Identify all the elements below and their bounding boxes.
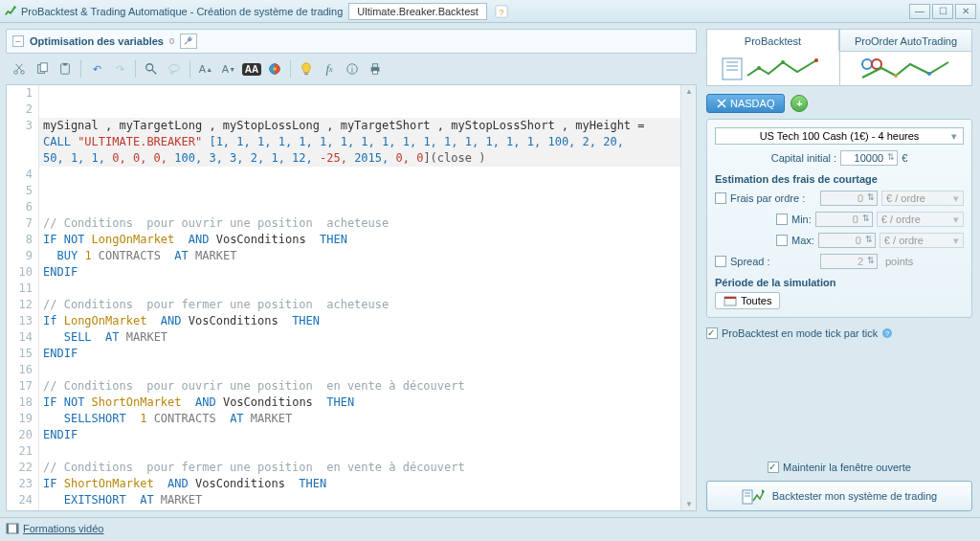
fees-min-checkbox[interactable] [776,214,788,225]
editor-toolbar: ↶ ↷ A▲ A▼ AA fx i [6,54,697,84]
svg-rect-17 [372,64,377,68]
capital-input[interactable]: 10000 [840,150,898,166]
svg-rect-18 [372,71,377,75]
svg-point-9 [146,64,153,71]
fees-min-unit[interactable]: € / ordre [877,212,964,227]
svg-point-29 [927,72,931,76]
svg-point-0 [13,6,16,9]
svg-rect-13 [304,73,308,75]
tab-art [706,52,972,86]
fees-per-order-checkbox[interactable] [715,192,726,204]
calendar-icon [724,295,737,306]
capital-label: Capital initial : [771,152,836,164]
svg-point-4 [21,71,25,75]
svg-point-3 [14,71,18,75]
line-gutter: 123456789101112131415161718192021222324 [7,85,39,510]
editor-panel: – Optimisation des variables 0 ↶ ↷ A▲ A▼… [0,23,702,517]
keep-open-checkbox[interactable] [768,462,779,473]
help-icon[interactable]: ? [493,3,510,20]
font-increase-icon[interactable]: A▲ [196,59,215,79]
svg-point-10 [169,65,180,72]
wrench-icon[interactable] [180,34,197,49]
minimize-button[interactable]: — [909,4,930,19]
settings-panel: ProBacktest ProOrder AutoTrading NASDAQ … [702,23,980,517]
svg-text:?: ? [499,7,503,16]
info-icon[interactable]: i [343,59,362,79]
code-editor[interactable]: 123456789101112131415161718192021222324 … [6,84,697,511]
maximize-button[interactable]: ☐ [932,4,953,19]
redo-icon[interactable]: ↷ [110,59,129,79]
fees-max-unit[interactable]: € / ordre [880,233,964,248]
comment-icon[interactable] [165,59,184,79]
function-icon[interactable]: fx [320,59,339,79]
svg-rect-19 [723,58,742,79]
fees-min-input[interactable]: 0 [815,212,873,227]
print-icon[interactable] [366,59,385,79]
video-tutorials-link[interactable]: Formations vidéo [6,523,103,534]
variable-count: 0 [169,36,174,46]
svg-text:?: ? [885,329,890,338]
currency-label: € [902,152,907,164]
spread-input[interactable]: 2 [820,254,878,269]
copy-icon[interactable] [33,59,52,79]
code-content[interactable]: mySignal , myTargetLong , myStopLossLong… [39,85,696,510]
add-instrument-button[interactable]: + [791,95,808,112]
tick-mode-checkbox[interactable] [706,327,718,339]
tab-proorder[interactable]: ProOrder AutoTrading [839,29,972,52]
period-heading: Période de la simulation [715,277,964,288]
svg-point-28 [894,74,898,78]
svg-point-23 [757,66,761,70]
period-button[interactable]: Toutes [715,292,780,309]
keep-open-label: Maintenir la fenêtre ouverte [783,462,911,473]
search-icon[interactable] [142,59,161,79]
svg-rect-6 [40,63,47,72]
svg-rect-8 [63,63,67,66]
backtest-icon [742,487,765,505]
film-icon [6,523,19,534]
tab-probacktest[interactable]: ProBacktest [706,29,839,52]
svg-point-26 [862,59,872,69]
footer: Formations vidéo [0,517,980,538]
svg-rect-40 [16,524,18,533]
info-icon[interactable]: ? [881,327,893,339]
svg-rect-34 [743,490,752,504]
svg-rect-31 [724,297,736,299]
app-title: ProBacktest & Trading Automatique - Créa… [21,6,343,17]
run-backtest-button[interactable]: Backtester mon système de trading [706,481,972,511]
tick-mode-label: ProBacktest en mode tick par tick [722,327,878,339]
undo-icon[interactable]: ↶ [87,59,106,79]
svg-text:i: i [351,65,353,75]
instrument-tab-nasdaq[interactable]: NASDAQ [706,94,785,113]
cut-icon[interactable] [10,59,29,79]
font-decrease-icon[interactable]: A▼ [219,59,238,79]
close-button[interactable]: ✕ [955,4,976,19]
fees-max-checkbox[interactable] [776,235,788,246]
fees-max-input[interactable]: 0 [818,233,876,248]
vertical-scrollbar[interactable] [680,85,696,510]
close-icon[interactable] [717,99,726,108]
document-tab[interactable]: Ultimate.Breaker.Backtest [348,3,487,20]
svg-point-27 [872,59,881,69]
lightbulb-icon[interactable] [297,59,316,79]
paste-icon[interactable] [56,59,75,79]
fees-per-order-input[interactable]: 0 [820,191,878,206]
fees-heading: Estimation des frais de courtage [715,173,964,185]
titlebar: ProBacktest & Trading Automatique - Créa… [0,0,980,23]
app-icon [4,5,17,18]
color-icon[interactable] [265,59,284,79]
svg-point-12 [273,67,277,71]
optimisation-title: Optimisation des variables [30,35,164,47]
svg-point-25 [814,58,818,62]
optimisation-header: – Optimisation des variables 0 [6,29,697,54]
instrument-select[interactable]: US Tech 100 Cash (1€) - 4 heures [715,127,964,145]
fees-unit-select[interactable]: € / ordre [881,191,964,206]
svg-rect-39 [7,524,9,533]
svg-point-24 [781,60,785,64]
collapse-button[interactable]: – [12,35,24,47]
spread-checkbox[interactable] [715,256,726,267]
theme-toggle-icon[interactable]: AA [242,59,261,79]
